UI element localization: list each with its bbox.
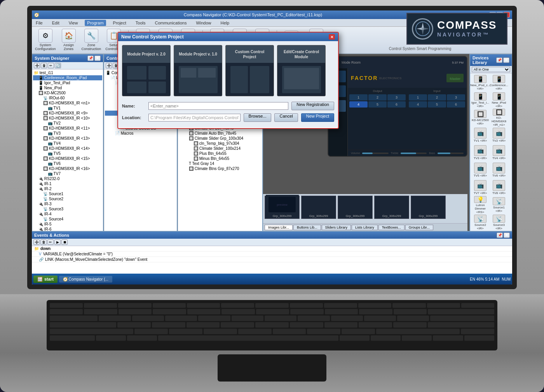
key-lshift[interactable] — [50, 329, 133, 334]
tablet-in-1[interactable]: 1 — [409, 94, 427, 101]
tab-images-lib[interactable]: Images Libr... — [265, 225, 293, 230]
key-r[interactable] — [198, 316, 230, 321]
tree-item-tv2[interactable]: 📺 TV2 — [33, 121, 102, 126]
key-esc[interactable] — [50, 303, 83, 308]
tree-item-tv5[interactable]: 📺 TV4 — [33, 141, 102, 146]
tablet-in-3[interactable]: 3 — [447, 94, 465, 101]
tablet-in-4[interactable]: 4 — [409, 101, 427, 108]
dialog-card-edit-create[interactable]: Edit/Create Control Module — [277, 45, 326, 96]
key-q[interactable] — [99, 316, 131, 321]
tablet-in-5[interactable]: 5 — [428, 101, 446, 108]
pd-climate-auto-btn[interactable]: 🔲 Climate Auto Btn_78x45 — [179, 131, 262, 136]
tree-item-ir2[interactable]: 🔌 IR-2 — [33, 186, 102, 191]
tree-item-source1[interactable]: 📡 Source1 — [33, 191, 102, 196]
sd-refresh-btn[interactable]: 🔄 — [55, 63, 61, 68]
dialog-card-module-1[interactable]: Module Project v. 1.0 — [174, 45, 222, 96]
key-up[interactable] — [461, 329, 494, 334]
device-tv8[interactable]: 📺 TV8 <IR> — [490, 179, 508, 196]
start-button[interactable]: 🪟 start — [33, 276, 58, 283]
device-tv5[interactable]: 📺 TV5 <IR> — [471, 161, 490, 179]
tree-item-hdms-n1[interactable]: 🔲 KD-HDMS8X8_IR <n1> — [33, 101, 102, 106]
tree-item-irout60[interactable]: 📡 IROut-60 — [33, 95, 102, 101]
menu-edit[interactable]: Edit — [50, 20, 62, 26]
key-9[interactable] — [359, 309, 392, 314]
menu-program[interactable]: Program — [85, 20, 106, 26]
key-lwin[interactable] — [96, 335, 126, 341]
tablet-btn-6[interactable]: 6 — [387, 101, 406, 108]
tree-item-hdms-15[interactable]: 🔲 KD-HDMS8X8_IR <15> — [33, 156, 102, 161]
key-6[interactable] — [256, 309, 289, 314]
tablet-treble-slider[interactable] — [401, 153, 427, 154]
key-e[interactable] — [165, 316, 197, 321]
menu-project[interactable]: Project — [111, 20, 129, 26]
pd-climate-btns-grp[interactable]: 🔲 Climate Btns Grp_87x270 — [179, 166, 262, 171]
device-source3[interactable]: 📡 Source3 <IR> — [490, 214, 508, 231]
tree-item-rs232[interactable]: 🔌 RS232-0 — [33, 176, 102, 181]
device-new-ipod[interactable]: 📱 New_iPod<IR> — [490, 92, 508, 109]
key-right[interactable] — [464, 335, 494, 341]
menu-tools[interactable]: Tools — [133, 20, 148, 26]
tree-item-tv8[interactable]: 📺 TV7 — [33, 171, 102, 176]
tree-item-source3[interactable]: 📡 Source3 — [33, 206, 102, 212]
dialog-card-module-2[interactable]: Module Project v. 2.0 — [122, 45, 171, 96]
key-l[interactable] — [393, 322, 427, 328]
mini-preview-3[interactable]: Grp_306x299 — [338, 196, 373, 219]
key-7[interactable] — [290, 309, 323, 314]
tree-item-ir1[interactable]: 🔌 IR-1 — [33, 181, 102, 186]
trackpad[interactable] — [218, 354, 326, 382]
key-lalt[interactable] — [127, 335, 157, 341]
tree-item-hdms-9[interactable]: 🔲 KD-HDMS8X8_IR <9> — [33, 111, 102, 116]
event-down-folder[interactable]: 📁 down — [32, 246, 512, 252]
dl-close-btn[interactable]: ✕ — [503, 57, 509, 63]
key-f11[interactable] — [427, 303, 460, 308]
sd-delete-btn[interactable]: 🗑 — [41, 63, 47, 68]
assign-zones-icon[interactable]: 🏠 — [62, 29, 76, 43]
tab-sliders-lib[interactable]: Sliders Library — [322, 225, 351, 230]
ea-delete-btn[interactable]: 🗑 — [40, 239, 47, 245]
tree-item-hdms-13[interactable]: 🔲 KD-HDMS8X8_IR <13> — [33, 136, 102, 141]
device-conference[interactable]: 📱 Conference...<IR> — [490, 74, 508, 92]
key-f3[interactable] — [153, 303, 186, 308]
menu-communications[interactable]: Communications — [152, 20, 189, 26]
tablet-btn-3[interactable]: 3 — [387, 94, 406, 101]
tree-item-hdms-10[interactable]: 🔲 KD-HDMS8X8_IR <10> — [33, 116, 102, 121]
dialog-new-registration-button[interactable]: New Registration — [291, 102, 334, 110]
cd-add-btn[interactable]: ➕ — [106, 63, 112, 68]
key-f[interactable] — [221, 322, 254, 328]
tablet-btn-4[interactable]: 4 — [349, 101, 368, 108]
tablet-bass-slider[interactable] — [438, 153, 464, 154]
key-lctrl[interactable] — [50, 335, 95, 341]
dialog-new-project-button[interactable]: New Project — [301, 113, 334, 122]
device-tv3[interactable]: 📺 TV3 <IR> — [471, 144, 490, 161]
mini-preview-1[interactable]: preview Grp_306x299 — [265, 196, 300, 219]
menu-file[interactable]: File — [33, 20, 45, 26]
key-f7[interactable] — [290, 303, 323, 308]
key-tab[interactable] — [50, 316, 98, 321]
pd-plus-btn[interactable]: 🔲 Plus Btn_64x55 — [179, 151, 262, 156]
tree-item-igor-ipad[interactable]: 📱 Igor_Test_iPad — [33, 80, 102, 85]
key-rshift[interactable] — [376, 329, 460, 334]
key-f12[interactable] — [461, 303, 494, 308]
device-lutron[interactable]: 💡 Lutron Dimmer<RS> — [471, 196, 490, 214]
tree-item-hdms-11[interactable]: 🔲 KD-HDMS8X8_IR <11> — [33, 126, 102, 131]
device-kdmc2500[interactable]: 🔲 KD-MC2500<IR> — [471, 109, 490, 127]
key-x[interactable] — [169, 329, 202, 334]
key-space[interactable] — [158, 335, 338, 341]
ea-close-btn[interactable]: ✕ — [504, 232, 510, 238]
key-t[interactable] — [232, 316, 263, 321]
toolbar-zone-construction[interactable]: 🔧 ZoneConstruction — [82, 29, 101, 51]
tab-groups-lib[interactable]: Groups Libr... — [405, 225, 433, 230]
tablet-in-2[interactable]: 2 — [428, 94, 446, 101]
sd-close-btn[interactable]: ✕ — [94, 56, 101, 61]
key-f8[interactable] — [324, 303, 357, 308]
tablet-output-grid[interactable]: 1 2 3 4 5 6 — [349, 94, 406, 108]
key-f10[interactable] — [392, 303, 425, 308]
key-d[interactable] — [187, 322, 220, 328]
key-3[interactable] — [153, 309, 186, 314]
key-b[interactable] — [273, 329, 306, 334]
ea-stop-btn[interactable]: ⏹ — [61, 239, 68, 245]
tree-item-kdmc2500[interactable]: 🔲 KD-MC2500 — [33, 90, 102, 95]
key-f5[interactable] — [221, 303, 254, 308]
device-source1[interactable]: 📡 Source1 <IR> — [490, 196, 508, 214]
tree-item-source2[interactable]: 📡 Source2 — [33, 196, 102, 201]
